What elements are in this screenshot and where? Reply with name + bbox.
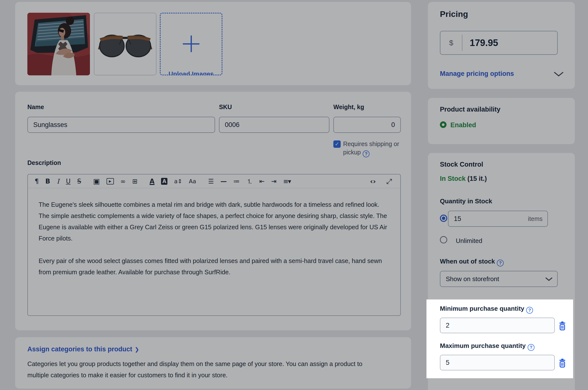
help-icon[interactable]: ? bbox=[528, 344, 535, 351]
minimum-purchase-quantity-label: Minimum purchase quantity? bbox=[440, 305, 533, 314]
trash-icon bbox=[558, 321, 566, 331]
maximum-purchase-input[interactable] bbox=[440, 355, 555, 370]
maximum-purchase-quantity-label: Maximum purchase quantity? bbox=[440, 342, 535, 351]
delete-minimum-button[interactable] bbox=[558, 321, 568, 331]
delete-maximum-button[interactable] bbox=[558, 358, 568, 368]
minimum-purchase-input[interactable] bbox=[440, 318, 555, 333]
product-editor-page: Upload Images Name SKU Weight, kg ✓ Requ… bbox=[0, 0, 588, 390]
help-icon[interactable]: ? bbox=[526, 307, 533, 314]
purchase-quantity-spotlight: Minimum purchase quantity? Maximum purch… bbox=[427, 299, 573, 378]
trash-icon bbox=[558, 358, 566, 368]
